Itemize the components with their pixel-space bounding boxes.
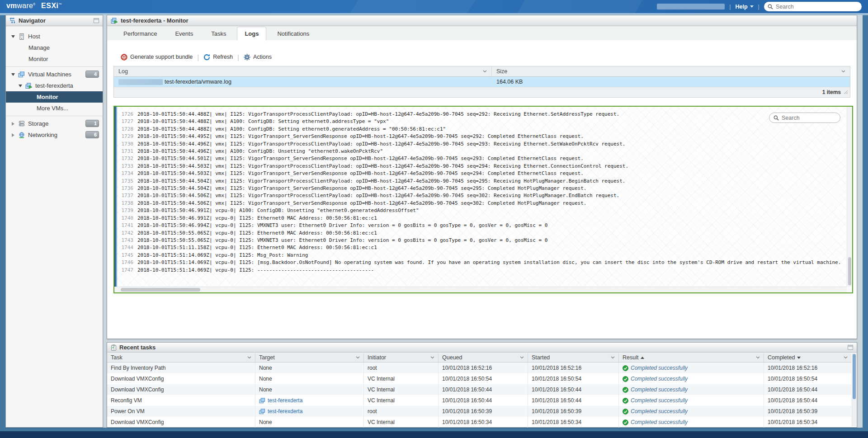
chevron-down-icon[interactable] <box>611 356 615 359</box>
sidebar-item-more-vms[interactable]: More VMs... <box>6 103 103 114</box>
log-line: 17432018-10-01T15:50:55.065Z| vcpu-0| I1… <box>119 237 845 244</box>
task-row-download-vmxconfig[interactable]: Download VMXConfigNoneVC Internal10/01/2… <box>107 373 851 384</box>
result-text: Completed successfully <box>631 365 688 371</box>
chevron-down-icon[interactable] <box>520 356 524 359</box>
log-line-text: 2018-10-01T15:50:44.488Z| vmx| I125: Vig… <box>137 111 619 117</box>
search-icon <box>768 4 773 9</box>
host-icon <box>18 33 25 40</box>
log-line-text: 2018-10-01T15:50:55.065Z| vcpu-0| I125: … <box>137 237 547 243</box>
tab-performance[interactable]: Performance <box>116 28 164 40</box>
target-vm-link[interactable]: test-ferexderta <box>259 397 302 404</box>
task-row-reconfig-vm[interactable]: Reconfig VMtest-ferexdertaVC Internal10/… <box>107 395 851 406</box>
help-menu[interactable]: Help <box>736 4 754 10</box>
log-file-name-cell[interactable]: test-ferexderta/vmware.log <box>114 77 492 87</box>
result-text: Completed successfully <box>631 419 688 425</box>
global-search-box[interactable] <box>764 2 862 11</box>
global-search-input[interactable] <box>776 4 852 10</box>
result-text: Completed successfully <box>631 376 688 382</box>
target-vm-link[interactable]: test-ferexderta <box>259 408 302 414</box>
collapse-panel-icon[interactable] <box>94 18 99 23</box>
chevron-down-icon[interactable] <box>844 356 848 359</box>
resize-grip-icon[interactable] <box>844 90 848 94</box>
column-header-log[interactable]: Log <box>114 66 492 76</box>
log-line: 17442018-10-01T15:51:11.158Z| vcpu-0| I1… <box>119 244 845 251</box>
navigator-header: Navigator <box>6 15 103 26</box>
brand-esxi: ESXi <box>41 2 58 9</box>
log-line-text: 2018-10-01T15:50:44.501Z| vmx| I125: Vig… <box>137 155 584 161</box>
log-horizontal-scroll-thumb[interactable] <box>121 288 200 292</box>
sidebar-item-networking[interactable]: Networking6 <box>6 129 103 141</box>
log-horizontal-scrollbar[interactable] <box>114 287 847 292</box>
initiator: VC Internal <box>368 419 395 425</box>
column-header-completed[interactable]: Completed <box>764 353 851 362</box>
actions-label: Actions <box>253 54 272 60</box>
log-line: 17362018-10-01T15:50:44.504Z| vmx| I125:… <box>119 185 845 192</box>
sidebar-item-host[interactable]: Host <box>6 31 103 42</box>
log-line-text: 2018-10-01T15:50:46.994Z| vcpu-0| I125: … <box>137 222 547 228</box>
log-line-number: 1745 <box>119 252 133 259</box>
log-file-name: test-ferexderta/vmware.log <box>165 79 231 85</box>
chevron-down-icon[interactable] <box>10 73 16 76</box>
log-line-number: 1738 <box>119 200 133 207</box>
log-vertical-scrollbar[interactable] <box>847 107 852 287</box>
log-file-row-selected[interactable]: test-ferexderta/vmware.log 164.06 KB <box>114 77 850 87</box>
chevron-down-icon[interactable] <box>841 70 845 73</box>
chevron-down-icon[interactable] <box>430 356 434 359</box>
log-line-number: 1728 <box>119 126 133 133</box>
sidebar-item-manage[interactable]: Manage <box>6 42 103 53</box>
actions-button[interactable]: Actions <box>244 54 272 61</box>
toolbar: Generate support bundle | Refresh | Acti… <box>121 52 272 62</box>
log-line-number: 1739 <box>119 207 133 214</box>
log-line-number: 1746 <box>119 259 133 266</box>
sidebar-item-label: Host <box>28 33 40 40</box>
column-header-result[interactable]: Result <box>619 353 764 362</box>
target-name: test-ferexderta <box>268 397 302 404</box>
chevron-right-icon[interactable] <box>10 122 16 126</box>
target-name: None <box>259 419 272 425</box>
column-header-initiator[interactable]: Initiator <box>364 353 439 362</box>
generate-support-bundle-button[interactable]: Generate support bundle <box>121 54 193 61</box>
chevron-down-icon[interactable] <box>18 85 23 87</box>
task-row-download-vmxconfig[interactable]: Download VMXConfigNoneVC Internal10/01/2… <box>107 384 851 395</box>
log-line-text: 2018-10-01T15:50:46.991Z| vcpu-0| I125: … <box>137 215 377 221</box>
sidebar-item-storage[interactable]: Storage1 <box>6 118 103 129</box>
column-header-queued[interactable]: Queued <box>439 353 528 362</box>
chevron-down-icon[interactable] <box>483 70 487 73</box>
tab-logs[interactable]: Logs <box>237 27 266 40</box>
chevron-down-icon[interactable] <box>356 356 360 359</box>
sidebar-item-monitor[interactable]: Monitor <box>6 53 103 65</box>
task-name: Download VMXConfig <box>111 376 164 382</box>
column-header-target[interactable]: Target <box>255 353 364 362</box>
task-row-find-by-inventory-path[interactable]: Find By Inventory PathNoneroot10/01/2018… <box>107 363 851 373</box>
log-search-box[interactable] <box>769 113 840 123</box>
target-name: None <box>259 386 272 393</box>
chevron-down-icon[interactable] <box>756 356 760 359</box>
initiator-cell: VC Internal <box>364 417 439 428</box>
column-header-started[interactable]: Started <box>528 353 619 362</box>
recent-tasks-title: Recent tasks <box>119 344 156 351</box>
refresh-button[interactable]: Refresh <box>203 54 233 61</box>
sidebar-item-monitor[interactable]: Monitor <box>6 91 103 103</box>
column-header-size[interactable]: Size <box>492 66 850 76</box>
tab-notifications[interactable]: Notifications <box>270 28 316 40</box>
chevron-down-icon[interactable] <box>10 35 16 38</box>
log-viewer-left-scrollbar[interactable] <box>114 107 118 292</box>
column-header-task[interactable]: Task <box>107 353 255 362</box>
tab-tasks[interactable]: Tasks <box>204 28 233 40</box>
task-row-download-vmxconfig[interactable]: Download VMXConfigNoneVC Internal10/01/2… <box>107 417 851 428</box>
sidebar-item-virtual-machines[interactable]: Virtual Machines4 <box>6 69 103 80</box>
tasks-vertical-scrollbar[interactable] <box>852 353 856 426</box>
task-row-power-on-vm[interactable]: Power On VMtest-ferexdertaroot10/01/2018… <box>107 406 851 417</box>
log-search-input[interactable] <box>782 115 854 121</box>
log-vertical-scroll-thumb[interactable] <box>848 257 851 285</box>
chevron-right-icon[interactable] <box>10 133 16 137</box>
result-cell: Completed successfully <box>619 417 764 428</box>
log-line-text: 2018-10-01T15:50:44.506Z| vmx| I125: Vig… <box>137 200 586 206</box>
sidebar-item-test-ferexderta[interactable]: test-ferexderta <box>6 80 103 91</box>
tasks-vertical-scroll-thumb[interactable] <box>853 354 856 399</box>
collapse-panel-icon[interactable] <box>848 345 853 350</box>
tab-events[interactable]: Events <box>168 28 200 40</box>
chevron-down-icon[interactable] <box>247 356 251 359</box>
help-label: Help <box>736 4 748 10</box>
log-line-number: 1740 <box>119 215 133 222</box>
